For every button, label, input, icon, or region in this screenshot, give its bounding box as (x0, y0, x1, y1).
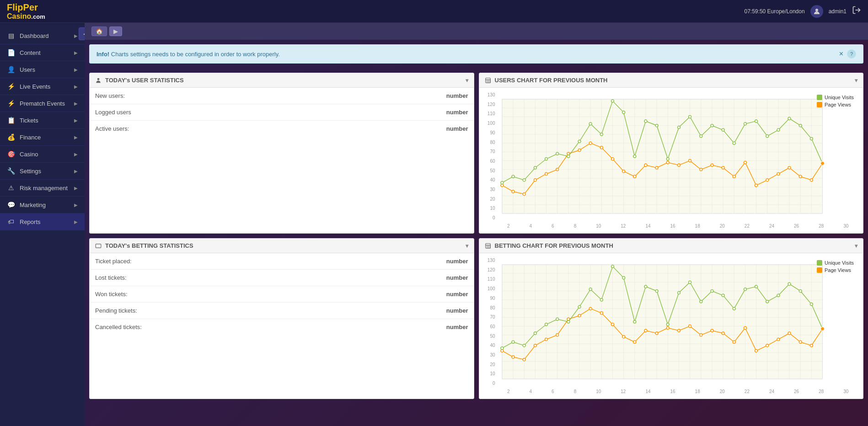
user-stats-chevron[interactable]: ▾ (466, 77, 468, 84)
stat-value: number (334, 286, 474, 303)
users-chart-chevron[interactable]: ▾ (855, 77, 857, 84)
breadcrumb-home[interactable]: 🏠 (91, 27, 107, 36)
svg-point-163 (556, 334, 558, 336)
sidebar-item-dashboard[interactable]: ▤ Dashboard ▶ (0, 27, 85, 44)
sidebar-item-live-events[interactable]: ⚡ Live Events ▶ (0, 78, 85, 95)
x-axis-label: 16 (670, 389, 675, 394)
table-row: Won tickets:number (90, 286, 474, 303)
svg-point-106 (799, 124, 802, 127)
y-axis-label: 110 (484, 277, 495, 282)
svg-point-161 (534, 344, 536, 347)
y-axis-label: 40 (484, 343, 495, 348)
sidebar-item-reports[interactable]: 🏷 Reports ▶ (0, 213, 85, 230)
svg-point-173 (666, 326, 669, 329)
sidebar-item-content[interactable]: 📄 Content ▶ (0, 44, 85, 61)
x-axis-label: 26 (794, 389, 799, 394)
sidebar-nav: ▤ Dashboard ▶ 📄 Content ▶ 👤 Users ▶ ⚡ Li… (0, 23, 85, 230)
svg-point-69 (722, 166, 724, 169)
svg-point-162 (545, 338, 547, 341)
legend-color (817, 260, 822, 266)
svg-point-197 (600, 298, 603, 301)
sidebar-item-casino[interactable]: 🎯 Casino ▶ (0, 146, 85, 163)
sidebar-label-risk-management: Risk management (20, 185, 68, 192)
table-row: New users:number (90, 88, 474, 104)
x-axis-label: 18 (695, 389, 700, 394)
logout-button[interactable] (852, 5, 861, 17)
logo: FlipPer Casino.com (7, 2, 45, 21)
y-axis-label: 50 (484, 168, 495, 173)
svg-point-215 (799, 290, 802, 293)
header: FlipPer Casino.com 07:59:50 Europe/Londo… (0, 0, 868, 23)
stat-value: number (334, 253, 474, 270)
table-row: Cancelled tickets:number (90, 319, 474, 335)
sidebar-item-finance[interactable]: 💰 Finance ▶ (0, 129, 85, 146)
legend-color (817, 95, 822, 100)
svg-point-50 (512, 190, 514, 193)
svg-point-202 (655, 290, 658, 293)
sidebar-item-marketing[interactable]: 💬 Marketing ▶ (0, 197, 85, 213)
svg-point-96 (688, 115, 691, 118)
info-close-button[interactable]: × (839, 49, 843, 59)
info-banner: Info! Charts settings needs to be config… (89, 44, 863, 64)
svg-point-159 (512, 356, 514, 358)
y-axis-label: 0 (484, 381, 495, 386)
svg-point-60 (622, 170, 625, 173)
sidebar-item-settings[interactable]: 🔧 Settings ▶ (0, 163, 85, 180)
sidebar-toggle[interactable]: ◀ (79, 27, 85, 40)
sidebar-icon-dashboard: ▤ (7, 32, 15, 39)
sidebar-arrow-settings: ▶ (74, 169, 78, 174)
svg-point-210 (744, 288, 746, 291)
x-axis-label: 10 (596, 224, 601, 229)
svg-point-58 (600, 146, 603, 149)
breadcrumb: 🏠 ▶ (85, 23, 868, 40)
svg-point-86 (578, 140, 581, 143)
svg-point-75 (788, 166, 791, 169)
x-axis-label: 26 (794, 224, 799, 229)
svg-rect-4 (502, 99, 822, 213)
svg-point-97 (699, 135, 702, 138)
svg-point-174 (677, 329, 680, 332)
svg-rect-113 (502, 265, 822, 379)
svg-point-198 (611, 265, 614, 268)
y-axis-label: 70 (484, 314, 495, 320)
sidebar-label-live-events: Live Events (20, 83, 50, 90)
svg-point-169 (622, 335, 625, 338)
sidebar-icon-finance: 💰 (7, 133, 15, 141)
x-axis-label: 20 (720, 389, 725, 394)
stat-label: Lost tickets: (90, 270, 334, 286)
svg-point-190 (523, 344, 525, 347)
sidebar-item-prematch-events[interactable]: ⚡ Prematch Events ▶ (0, 95, 85, 112)
sidebar-icon-prematch-events: ⚡ (7, 100, 15, 107)
svg-point-205 (688, 281, 691, 283)
sidebar-label-casino: Casino (20, 151, 38, 158)
stat-label: Pending tickets: (90, 303, 334, 319)
y-axis-label: 80 (484, 140, 495, 145)
breadcrumb-next[interactable]: ▶ (109, 27, 122, 36)
legend-item: Unique Visits (817, 260, 854, 266)
sidebar-item-risk-management[interactable]: ⚠ Risk management ▶ (0, 180, 85, 197)
x-axis-label: 4 (530, 389, 532, 394)
stat-label: Cancelled tickets: (90, 319, 334, 335)
svg-point-189 (512, 341, 514, 343)
x-axis-label: 10 (596, 389, 601, 394)
sidebar-item-tickets[interactable]: 📋 Tickets ▶ (0, 112, 85, 129)
y-axis-label: 120 (484, 267, 495, 272)
svg-point-211 (755, 285, 757, 288)
sidebar-arrow-tickets: ▶ (74, 118, 78, 123)
svg-point-92 (644, 120, 647, 122)
svg-rect-112 (485, 243, 490, 248)
svg-point-87 (589, 122, 592, 125)
svg-point-168 (611, 323, 614, 326)
betting-stats-chevron[interactable]: ▾ (466, 243, 468, 249)
svg-point-63 (655, 166, 658, 169)
info-help-button[interactable]: ? (847, 49, 856, 59)
betting-chart-chevron[interactable]: ▾ (855, 243, 857, 249)
sidebar-arrow-finance: ▶ (74, 135, 78, 140)
sidebar-item-users[interactable]: 👤 Users ▶ (0, 61, 85, 78)
svg-point-77 (810, 179, 813, 181)
legend-label: Unique Visits (825, 260, 854, 266)
user-stats-header: TODAY's USER STATISTICS ▾ (90, 73, 474, 88)
sidebar-label-marketing: Marketing (20, 202, 46, 208)
stat-value: number (334, 303, 474, 319)
svg-point-206 (699, 300, 702, 303)
